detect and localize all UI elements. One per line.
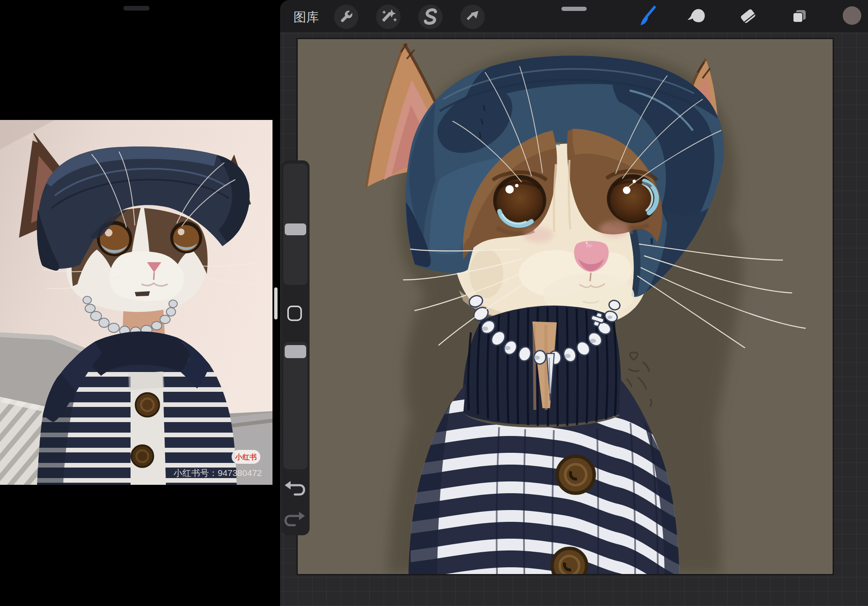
svg-text:图库: 图库 <box>294 10 319 24</box>
